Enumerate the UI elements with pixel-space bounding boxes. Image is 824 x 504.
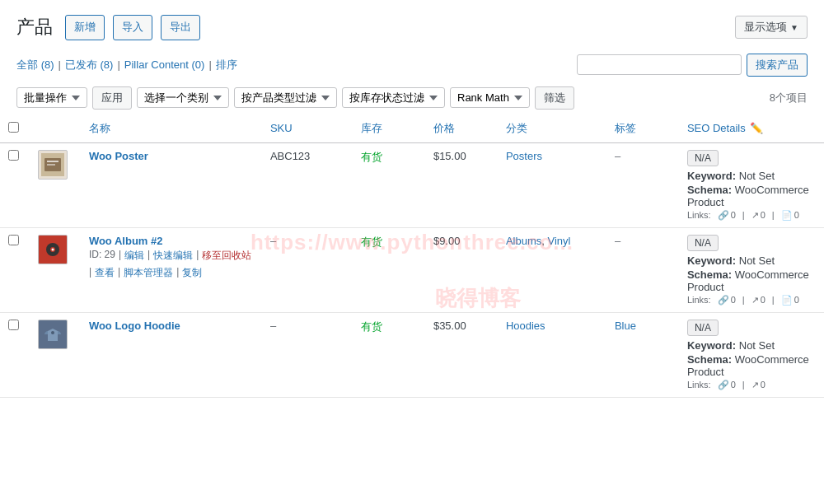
seo-link-icon2: ↗ 0 <box>751 295 765 306</box>
stock-status-select[interactable]: 按库存状态过滤 <box>342 87 445 108</box>
products-table: 名称 SKU 库存 价格 分类 标签 SEO Details ✏️ <box>0 114 824 398</box>
sku-cell: – <box>262 312 353 397</box>
row-checkbox[interactable] <box>8 150 19 161</box>
svg-point-7 <box>52 248 54 250</box>
product-name-cell: Woo Poster <box>81 142 262 227</box>
filters-row: 批量操作 应用 选择一个类别 按产品类型过滤 按库存状态过滤 Rank Math… <box>0 82 824 114</box>
products-table-wrapper: 名称 SKU 库存 价格 分类 标签 SEO Details ✏️ <box>0 114 824 398</box>
items-count: 8个项目 <box>770 91 808 105</box>
svg-rect-2 <box>47 161 59 162</box>
add-button[interactable]: 新增 <box>65 15 105 40</box>
bulk-action-select[interactable]: 批量操作 <box>16 87 87 108</box>
table-row: Woo Logo Hoodie – 有货 $35.00 Hoodies Blue… <box>0 312 824 397</box>
sort-link[interactable]: 排序 <box>216 58 237 72</box>
seo-cell: N/A Keyword: Not Set Schema: WooCommerce… <box>679 312 824 397</box>
seo-link-icon2: ↗ 0 <box>751 380 765 390</box>
tag-cell: Blue <box>606 312 679 397</box>
search-input[interactable] <box>577 54 742 75</box>
copy-link[interactable]: 复制 <box>182 266 202 280</box>
stock-header[interactable]: 库存 <box>353 114 425 143</box>
apply-button[interactable]: 应用 <box>92 86 132 110</box>
category-select[interactable]: 选择一个类别 <box>137 87 229 108</box>
name-header[interactable]: 名称 <box>81 114 262 143</box>
published-filter-link[interactable]: 已发布 (8) <box>65 58 114 72</box>
select-all-header[interactable] <box>0 114 30 143</box>
stock-cell: 有货 <box>353 142 425 227</box>
subheader: 全部 (8) | 已发布 (8) | Pillar Content (0) | … <box>0 49 824 82</box>
row-checkbox-cell <box>0 312 30 397</box>
category-cell: Hoodies <box>498 312 606 397</box>
seo-schema-row: Schema: WooCommerce Product <box>687 184 816 208</box>
view-link[interactable]: 查看 <box>95 266 115 280</box>
export-button[interactable]: 导出 <box>161 15 200 40</box>
seo-links-row: Links: 🔗 0 | ↗ 0 <box>687 380 816 390</box>
rank-math-select[interactable]: Rank Math <box>450 87 530 108</box>
display-options-button[interactable]: 显示选项 ▼ <box>735 16 808 39</box>
product-thumb-cell <box>30 142 81 227</box>
seo-link-icon3: 📄 0 <box>781 295 799 306</box>
category-link2[interactable]: Vinyl <box>548 235 571 247</box>
script-link[interactable]: 脚本管理器 <box>124 266 173 280</box>
seo-schema-row: Schema: WooCommerce Product <box>687 353 816 378</box>
seo-keyword-row: Keyword: Not Set <box>687 339 816 352</box>
tag-link[interactable]: Blue <box>615 320 636 332</box>
sku-cell: ABC123 <box>262 142 353 227</box>
display-options-label: 显示选项 <box>744 20 787 35</box>
quick-edit-link[interactable]: 快速编辑 <box>153 249 193 263</box>
search-button[interactable]: 搜索产品 <box>747 54 808 77</box>
tag-header[interactable]: 标签 <box>606 114 679 143</box>
page-header: 产品 新增 导入 导出 显示选项 ▼ <box>0 0 824 49</box>
select-all-checkbox[interactable] <box>8 122 19 133</box>
row-checkbox-cell <box>0 227 30 312</box>
price-cell: $15.00 <box>425 142 498 227</box>
product-name-link[interactable]: Woo Album #2 <box>89 235 163 247</box>
stock-cell: 有货 <box>353 227 425 312</box>
product-thumb-icon <box>41 323 64 346</box>
sku-header[interactable]: SKU <box>262 114 353 143</box>
product-thumbnail <box>38 235 68 264</box>
seo-score-badge: N/A <box>687 235 719 251</box>
row-checkbox[interactable] <box>8 320 19 330</box>
category-cell: Albums, Vinyl <box>498 227 606 312</box>
tag-cell: – <box>606 142 679 227</box>
category-link[interactable]: Posters <box>506 150 542 162</box>
edit-link[interactable]: 编辑 <box>124 249 144 263</box>
separator3: | <box>208 58 211 71</box>
product-thumb-cell <box>30 227 81 312</box>
table-row: Woo Poster ABC123 有货 $15.00 Posters – N/… <box>0 142 824 227</box>
price-header[interactable]: 价格 <box>425 114 498 143</box>
page-title: 产品 <box>16 15 53 40</box>
seo-link-icon1: 🔗 0 <box>718 380 736 390</box>
chevron-down-icon: ▼ <box>790 23 798 32</box>
seo-link-icon1: 🔗 0 <box>718 210 736 221</box>
pillar-filter-link[interactable]: Pillar Content (0) <box>124 58 205 71</box>
filter-button[interactable]: 筛选 <box>535 86 574 110</box>
seo-link-icon1: 🔗 0 <box>718 295 736 306</box>
category-header[interactable]: 分类 <box>498 114 606 143</box>
category-link[interactable]: Hoodies <box>506 320 545 332</box>
all-filter-link[interactable]: 全部 (8) <box>16 58 54 72</box>
product-type-select[interactable]: 按产品类型过滤 <box>234 87 337 108</box>
product-thumbnail <box>38 150 68 180</box>
product-name-link[interactable]: Woo Logo Hoodie <box>89 320 180 332</box>
product-thumb-icon <box>41 153 64 176</box>
category-link[interactable]: Albums <box>506 235 541 247</box>
seo-schema-row: Schema: WooCommerce Product <box>687 268 816 293</box>
seo-score-badge: N/A <box>687 320 719 336</box>
stock-cell: 有货 <box>353 312 425 397</box>
trash-link[interactable]: 移至回收站 <box>202 249 251 263</box>
product-name-link[interactable]: Woo Poster <box>89 150 148 162</box>
row-checkbox[interactable] <box>8 235 19 245</box>
product-name-cell: Woo Logo Hoodie <box>81 312 262 397</box>
category-cell: Posters <box>498 142 606 227</box>
tag-cell: – <box>606 227 679 312</box>
price-cell: $35.00 <box>425 312 498 397</box>
seo-link-icon3: 📄 0 <box>781 210 799 221</box>
product-thumbnail <box>38 320 68 349</box>
seo-keyword-row: Keyword: Not Set <box>687 254 816 267</box>
seo-keyword-row: Keyword: Not Set <box>687 170 816 182</box>
seo-links-row: Links: 🔗 0 | ↗ 0 | 📄 0 <box>687 295 816 306</box>
seo-edit-icon[interactable]: ✏️ <box>750 122 763 134</box>
row-checkbox-cell <box>0 142 30 227</box>
import-button[interactable]: 导入 <box>113 15 152 40</box>
